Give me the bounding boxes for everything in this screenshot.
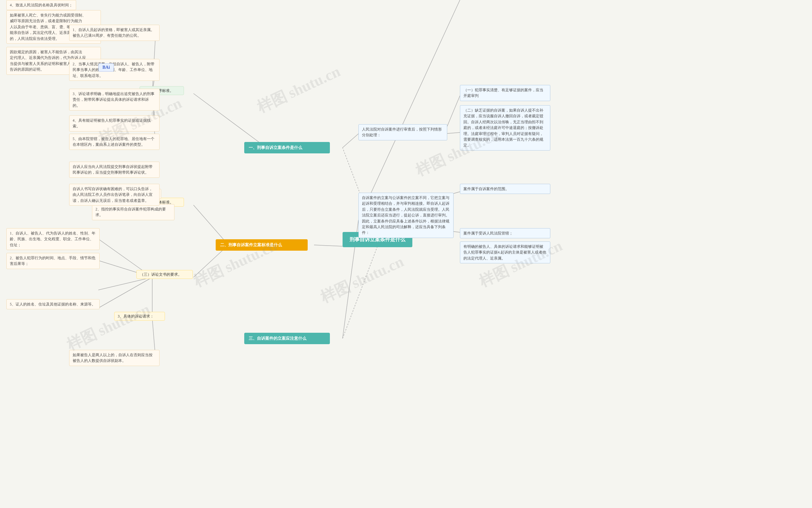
right-l3-d: 有明确的被告人、具体的诉讼请求和能够证明被告人犯罪事实的证据4.起诉的主体是被害… [460,242,550,263]
svg-line-1 [314,245,343,246]
svg-line-9 [343,134,358,148]
l1-label-1: 一、刑事自诉立案条件是什么 [249,145,302,150]
lit-item-5: 5、证人的姓名、住址及其他证据的名称、来源等。 [6,299,100,309]
l1-node-1: 一、刑事自诉立案条件是什么 [244,142,330,154]
right-l3-a: 案件属于自诉案件的范围。 [460,184,550,194]
l1-label-2: 二、刑事自诉案件立案标准是什么 [220,243,282,247]
right-l1-intro: 人民法院对自诉案件进行审查后，按照下列情形分别处理： [358,124,447,140]
litigation-std-label: （三）诉讼文书的要求。 [137,270,193,279]
proc-item-5: 5、由本院管辖，被告人的犯罪地、居住地有一个在本辖区内，案由系上述自诉案件的类型… [69,134,160,150]
svg-line-19 [98,277,152,308]
right-l1-a: （一）犯罪事实清楚、有足够证据的案件，应当开庭审判 [460,85,550,101]
litigation-note-2: 自诉人书写自诉状确有困难的，可以口头告诉，由人民法院工作人员作出告诉笔录，向自诉… [69,184,160,206]
proc-item-1: 1、自诉人员起诉的资格，即被害人或其近亲属。被告人已满16周岁、有责任能力的公民… [69,25,160,41]
svg-line-3 [193,93,266,148]
right-l1-b: （二）缺乏证据的自诉案，如果自诉人提不出补充证据，应当说服自诉人撤回自诉，或者裁… [460,105,550,151]
svg-line-18 [98,277,152,290]
l1-label-3: 三、自诉案件的立案应注意什么 [249,336,306,341]
proc-item-2: 2、当事人情况清楚，包括自诉人、被告人，附带民事当事人的姓名、性别、年龄、工作单… [69,59,160,81]
watermark-2: 样图 shutu.cn [254,61,344,117]
proc-item-4: 4、具有能证明被告人犯罪事实的证据或证据线索。 [69,115,160,131]
lit-item-2: 2、被告人犯罪行为的时间、地点、手段、情节和危害后果等； [6,253,100,269]
right-l3-intro: 自诉案件的立案与公诉案件的立案不同，它把立案与起诉和受理相结合，并与审判相连接。… [358,193,454,238]
right-l3-c: 案件属于受诉人民法院管辖； [460,228,550,238]
specific-item-note: 如果被告人是两人以上的，自诉人在否则应当按被告人的人数提供自诉状副本。 [69,350,160,366]
lit-item-4: 4、致送人民法院的名称及具状时间； [6,0,76,10]
litigation-std-text: （三）诉讼文书的要求。 [140,272,182,277]
proc-item-3: 3、诉讼请求明确，明确地提出追究被告人的刑事责任，附带民事诉讼提出具体的诉讼请求… [69,89,160,111]
lit-item-1: 1、自诉人、被告人、代为告诉人的姓名、性别、年龄、民族、出生地、文化程度、职业、… [6,228,100,250]
svg-line-25 [358,0,460,220]
subst-item-2: 2、指控的事实符合自诉案件犯罪构成的要求。 [92,204,175,220]
l1-node-2: 二、刑事自诉案件立案标准是什么 [216,239,308,251]
litigation-note-1: 自诉人应当向人民法院提交刑事自诉状提起附带民事诉讼的，应当提交刑事附带民事诉讼状… [69,162,160,178]
specific-items-label: 3、具体的诉讼请求： [114,312,165,321]
l1-node-3: 三、自诉案件的立案应注意什么 [244,333,330,344]
svg-line-2 [343,246,378,338]
specific-items-text: 3、具体的诉讼请求： [118,314,154,319]
bai-badge: BAi [98,64,114,72]
watermark-4: 样图 shutu.cn [317,251,407,307]
mindmap-canvas: 刑事自诉立案条件是什么 一、刑事自诉立案条件是什么 二、刑事自诉案件立案标准是什… [0,0,812,508]
